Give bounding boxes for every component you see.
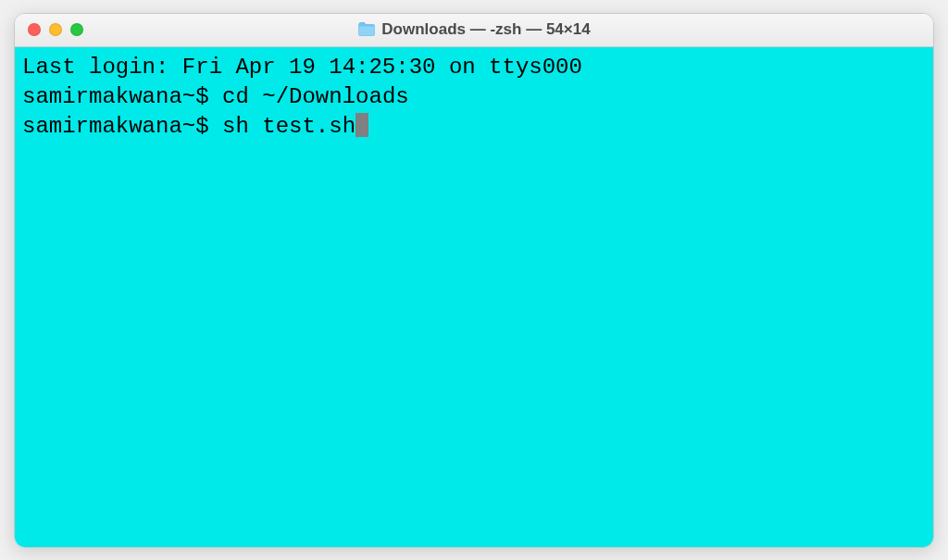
terminal-window: Downloads — -zsh — 54×14 Last login: Fri… — [14, 13, 934, 548]
cursor — [356, 113, 368, 137]
last-login-text: Last login: Fri Apr 19 14:25:30 on ttys0… — [22, 55, 582, 80]
window-title: Downloads — -zsh — 54×14 — [381, 20, 590, 39]
terminal-line: samirmakwana~$ cd ~/Downloads — [22, 82, 926, 112]
zoom-button[interactable] — [70, 23, 83, 36]
terminal-line: samirmakwana~$ sh test.sh — [22, 112, 926, 142]
titlebar: Downloads — -zsh — 54×14 — [15, 14, 933, 47]
command-text: cd ~/Downloads — [222, 84, 409, 109]
terminal-line: Last login: Fri Apr 19 14:25:30 on ttys0… — [22, 53, 926, 82]
title-container: Downloads — -zsh — 54×14 — [15, 20, 933, 39]
traffic-lights — [28, 23, 83, 36]
terminal-body[interactable]: Last login: Fri Apr 19 14:25:30 on ttys0… — [15, 47, 933, 547]
folder-icon — [357, 22, 376, 37]
minimize-button[interactable] — [49, 23, 62, 36]
prompt: samirmakwana~$ — [22, 84, 222, 109]
command-text: sh test.sh — [222, 114, 356, 139]
prompt: samirmakwana~$ — [22, 114, 222, 139]
close-button[interactable] — [28, 23, 41, 36]
